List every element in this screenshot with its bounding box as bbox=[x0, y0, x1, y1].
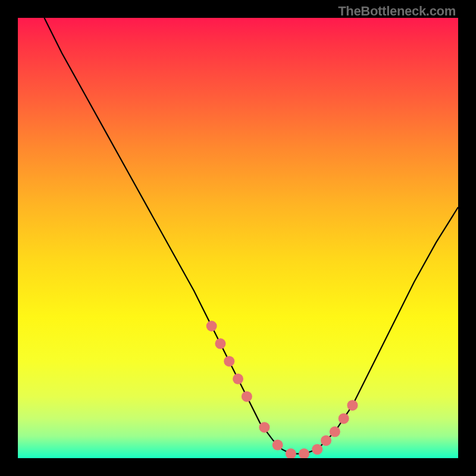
marker-point bbox=[347, 400, 358, 411]
chart-frame bbox=[18, 18, 458, 458]
marker-point bbox=[339, 413, 349, 424]
marker-point bbox=[286, 449, 296, 458]
marker-point bbox=[259, 422, 270, 433]
highlight-markers bbox=[18, 18, 458, 458]
marker-point bbox=[233, 374, 243, 384]
watermark: TheBottleneck.com bbox=[338, 4, 456, 19]
marker-point bbox=[224, 356, 234, 367]
marker-point bbox=[242, 391, 252, 402]
marker-point bbox=[321, 435, 331, 446]
marker-point bbox=[299, 449, 309, 458]
marker-point bbox=[206, 321, 217, 331]
marker-point bbox=[312, 444, 322, 455]
marker-point bbox=[215, 339, 226, 349]
plot-area bbox=[18, 18, 458, 458]
marker-point bbox=[273, 440, 283, 450]
marker-point bbox=[330, 427, 340, 437]
